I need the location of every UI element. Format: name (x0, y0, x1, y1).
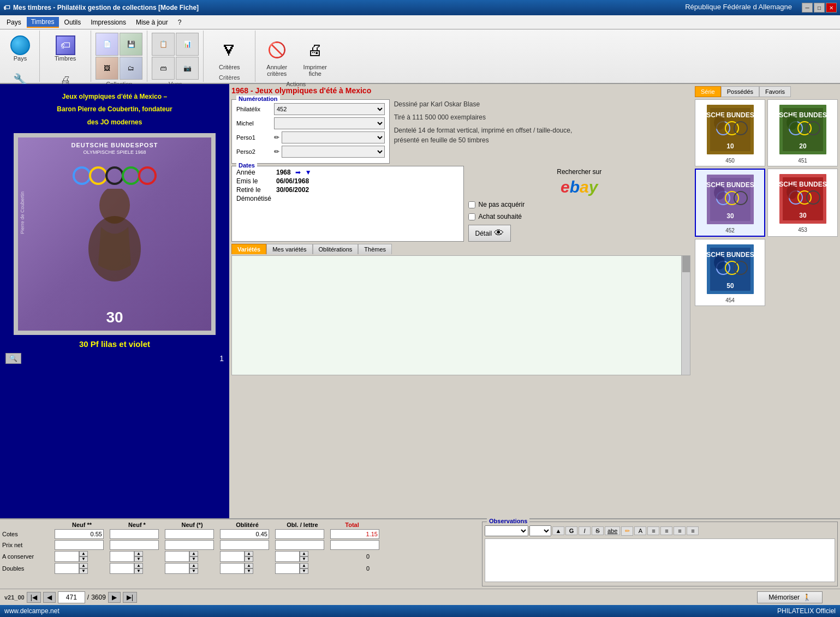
gallery-item-450[interactable]: DEUTSCHE BUNDESPOST 10 450 (695, 99, 765, 166)
obs-italic-btn[interactable]: I (579, 526, 591, 535)
stepper-dn-5[interactable]: ▼ (300, 556, 308, 562)
a-conserver-obl-lettre-input[interactable] (275, 551, 300, 562)
cotes-obl-input[interactable] (220, 529, 269, 539)
achat-souhaite-checkbox[interactable] (468, 213, 475, 220)
close-button[interactable]: ✕ (826, 3, 837, 13)
vues-btn-4[interactable]: 📷 (176, 57, 199, 80)
doubles-stepper-up-3[interactable]: ▲ (189, 563, 198, 568)
obs-size-select[interactable] (529, 525, 551, 536)
nav-current-input[interactable] (58, 591, 85, 603)
menu-impressions[interactable]: Impressions (86, 17, 130, 27)
prix-obl-input[interactable] (220, 540, 269, 550)
a-conserver-neuf0-input[interactable] (165, 551, 189, 562)
obs-align-center-btn[interactable]: ≡ (660, 526, 672, 535)
doubles-neuf0-input[interactable] (165, 563, 189, 574)
menu-help[interactable]: ? (174, 17, 186, 27)
obs-color-btn[interactable]: ✏ (621, 526, 633, 536)
cotes-obl-lettre-input[interactable] (275, 529, 324, 539)
doubles-stepper-dn-4[interactable]: ▼ (245, 568, 253, 574)
stepper-dn-4[interactable]: ▼ (245, 556, 253, 562)
toolbar-pays-button[interactable]: Pays (7, 33, 34, 64)
scrollbar[interactable] (681, 256, 690, 375)
perso1-select[interactable] (282, 131, 385, 143)
menu-timbres[interactable]: Timbres (27, 17, 59, 28)
obs-up-btn[interactable]: ▲ (552, 526, 564, 535)
doubles-stepper-dn-1[interactable]: ▼ (79, 568, 88, 574)
obs-justify-btn[interactable]: ≡ (687, 526, 699, 535)
scrollbar-thumb[interactable] (682, 256, 690, 272)
prix-total-input[interactable] (330, 540, 379, 550)
cotes-neuf0-input[interactable] (165, 529, 214, 539)
obs-font-color-btn[interactable]: A (634, 526, 646, 535)
obs-align-right-btn[interactable]: ≡ (674, 526, 686, 535)
prix-neuf1-input[interactable] (110, 540, 159, 550)
doubles-stepper-dn-3[interactable]: ▼ (189, 568, 198, 574)
toolbar-criteres-button[interactable]: ⛛ Critères (212, 33, 246, 73)
cotes-neuf1-input[interactable] (110, 529, 159, 539)
obs-underline-btn[interactable]: abe (605, 526, 620, 535)
ne-pas-acquerir-checkbox[interactable] (468, 201, 475, 208)
michel-select[interactable] (274, 117, 385, 129)
search-button[interactable]: 🔍 (5, 353, 21, 364)
a-conserver-neuf2-input[interactable] (55, 551, 79, 562)
coll-btn-3[interactable]: 🖼 (96, 57, 118, 80)
stepper-dn-1[interactable]: ▼ (79, 556, 88, 562)
doubles-neuf2-input[interactable] (55, 563, 79, 574)
doubles-stepper-up-4[interactable]: ▲ (245, 563, 253, 568)
gallery-item-454[interactable]: DEUTSCHE BUNDESPOST 50 454 (695, 239, 765, 306)
ebay-logo[interactable]: ebay (470, 178, 689, 196)
cotes-neuf2-input[interactable] (55, 529, 104, 539)
gallery-tab-favoris[interactable]: Favoris (759, 86, 791, 97)
prix-neuf0-input[interactable] (165, 540, 214, 550)
doubles-stepper-dn-2[interactable]: ▼ (134, 568, 143, 574)
stepper-dn-2[interactable]: ▼ (134, 556, 143, 562)
coll-btn-4[interactable]: 🗂 (120, 57, 142, 80)
stepper-up-5[interactable]: ▲ (300, 551, 308, 556)
doubles-obl-input[interactable] (220, 563, 245, 574)
nav-next-button[interactable]: ▶ (108, 592, 121, 603)
doubles-stepper-up-1[interactable]: ▲ (79, 563, 88, 568)
tab-mes-varietes[interactable]: Mes variétés (266, 244, 312, 254)
vues-btn-2[interactable]: 📊 (176, 33, 199, 56)
nav-last-button[interactable]: ▶| (123, 592, 137, 603)
detail-button[interactable]: Détail 👁 (468, 225, 511, 242)
gallery-item-451[interactable]: DEUTSCHE BUNDESPOST 20 451 (767, 99, 838, 166)
tab-varietes[interactable]: Variétés (231, 244, 266, 254)
obs-align-left-btn[interactable]: ≡ (647, 526, 659, 535)
vues-btn-3[interactable]: 🗃 (152, 57, 175, 80)
toolbar-timbres-button[interactable]: 🏷 Timbres (51, 33, 80, 64)
obs-strikethrough-btn[interactable]: S (592, 526, 604, 535)
prix-neuf2-input[interactable] (55, 540, 104, 550)
stepper-dn-3[interactable]: ▼ (189, 556, 198, 562)
perso2-select[interactable] (282, 146, 385, 158)
perso2-edit-icon[interactable]: ✏ (274, 148, 279, 155)
toolbar-annuler-button[interactable]: 🚫 Annulercritères (260, 33, 294, 80)
obs-font-select[interactable] (485, 525, 528, 536)
a-conserver-obl-input[interactable] (220, 551, 245, 562)
cotes-total-input[interactable] (330, 529, 379, 539)
stepper-up-1[interactable]: ▲ (79, 551, 88, 556)
a-conserver-neuf1-input[interactable] (110, 551, 134, 562)
stepper-up-2[interactable]: ▲ (134, 551, 143, 556)
minimize-button[interactable]: ─ (802, 3, 813, 13)
prix-obl-lettre-input[interactable] (275, 540, 324, 550)
coll-btn-2[interactable]: 💾 (120, 33, 142, 56)
menu-outils[interactable]: Outils (60, 17, 86, 27)
gallery-item-453[interactable]: DEUTSCHE BUNDESPOST 30 453 (767, 169, 838, 237)
doubles-obl-lettre-input[interactable] (275, 563, 300, 574)
nav-prev-button[interactable]: ◀ (43, 592, 56, 603)
stepper-up-3[interactable]: ▲ (189, 551, 198, 556)
tab-obliterations[interactable]: Oblitérations (313, 244, 359, 254)
tab-themes[interactable]: Thèmes (358, 244, 392, 254)
gallery-tab-serie[interactable]: Série (695, 86, 721, 97)
toolbar-imprimer-button[interactable]: 🖨 Imprimerfiche (298, 33, 332, 80)
gallery-tab-possedes[interactable]: Possédés (721, 86, 759, 97)
coll-btn-1[interactable]: 📄 (96, 33, 118, 56)
obs-bold-btn[interactable]: G (565, 526, 577, 535)
menu-pays[interactable]: Pays (2, 17, 26, 27)
annee-arrow[interactable]: ➡ (295, 169, 301, 176)
doubles-stepper-up-5[interactable]: ▲ (300, 563, 308, 568)
perso1-edit-icon[interactable]: ✏ (274, 134, 279, 141)
doubles-neuf1-input[interactable] (110, 563, 134, 574)
menu-mise-a-jour[interactable]: Mise à jour (132, 17, 172, 27)
